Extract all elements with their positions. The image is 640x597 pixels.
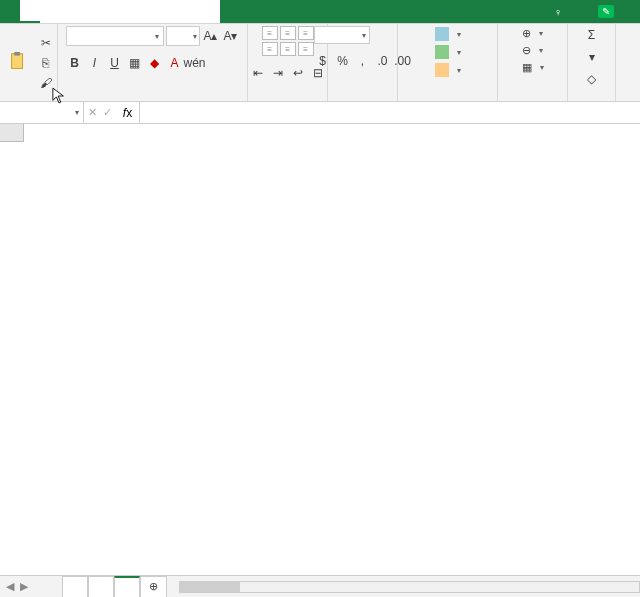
sheet-tab-3[interactable]	[114, 576, 140, 597]
border-button[interactable]: ▦	[126, 54, 144, 72]
autosum-button[interactable]: Σ	[583, 26, 601, 44]
tabs-spacer: ♀ ✎	[220, 0, 640, 23]
increase-font-button[interactable]: A▴	[202, 27, 220, 45]
name-box[interactable]: ▾	[0, 102, 84, 123]
paste-button[interactable]	[3, 49, 33, 77]
sheet-tab-1[interactable]	[62, 576, 88, 597]
new-sheet-button[interactable]: ⊕	[140, 576, 167, 597]
table-format-button[interactable]: ▾	[435, 44, 461, 60]
insert-cells-button[interactable]: ⊕ ▾	[522, 26, 543, 41]
decrease-font-button[interactable]: A▾	[222, 27, 240, 45]
tab-dev[interactable]	[160, 0, 180, 23]
svg-rect-3	[435, 45, 449, 59]
increase-decimal-button[interactable]: .0	[374, 52, 392, 70]
tab-home[interactable]	[20, 0, 40, 23]
ribbon: ✂ ⎘ 🖌 ▾ ▾ A▴ A▾ B I U ▦ ◆ A wén	[0, 24, 640, 102]
fill-color-button[interactable]: ◆	[146, 54, 164, 72]
copy-button[interactable]: ⎘	[37, 54, 55, 72]
format-brush-button[interactable]: 🖌	[37, 74, 55, 92]
formula-value[interactable]	[140, 102, 640, 123]
cut-button[interactable]: ✂	[37, 34, 55, 52]
status-bar: ◀ ▶ ⊕	[0, 575, 640, 597]
font-color-button[interactable]: A	[166, 54, 184, 72]
spreadsheet-grid	[0, 124, 640, 142]
align-top-left[interactable]: ≡	[262, 26, 278, 40]
align-bottom-right[interactable]: ≡	[298, 42, 314, 56]
sheet-nav-prev[interactable]: ◀	[6, 580, 14, 593]
number-format-select[interactable]: ▾	[314, 26, 370, 44]
tab-insert[interactable]	[40, 0, 60, 23]
fx-button[interactable]: fx	[116, 102, 140, 123]
wrap-text-button[interactable]: ↩	[289, 64, 307, 82]
comma-button[interactable]: ,	[354, 52, 372, 70]
tab-formula[interactable]	[80, 0, 100, 23]
align-bottom-left[interactable]: ≡	[262, 42, 278, 56]
currency-button[interactable]: $	[314, 52, 332, 70]
cell-style-button[interactable]: ▾	[435, 62, 461, 78]
phonetic-button[interactable]: wén	[186, 54, 204, 72]
select-all-corner[interactable]	[0, 124, 24, 142]
sheet-nav-next[interactable]: ▶	[20, 580, 28, 593]
underline-button[interactable]: U	[106, 54, 124, 72]
svg-rect-0	[11, 53, 22, 68]
svg-rect-4	[435, 63, 449, 77]
decrease-indent-button[interactable]: ⇤	[249, 64, 267, 82]
tab-view[interactable]	[140, 0, 160, 23]
align-bottom-center[interactable]: ≡	[280, 42, 296, 56]
formula-bar: ▾ ✕ ✓ fx	[0, 102, 640, 124]
tab-special[interactable]	[180, 0, 200, 23]
percent-button[interactable]: %	[334, 52, 352, 70]
cancel-formula-icon[interactable]: ✕	[88, 106, 97, 119]
clear-button[interactable]: ◇	[583, 70, 601, 88]
tab-file[interactable]	[0, 0, 20, 23]
tab-data[interactable]	[100, 0, 120, 23]
align-top-right[interactable]: ≡	[298, 26, 314, 40]
login-badge-icon: ✎	[598, 5, 614, 18]
delete-cells-button[interactable]: ⊖ ▾	[522, 43, 543, 58]
align-top-center[interactable]: ≡	[280, 26, 296, 40]
font-name-select[interactable]: ▾	[66, 26, 164, 46]
accept-formula-icon[interactable]: ✓	[103, 106, 112, 119]
format-cells-button[interactable]: ▦ ▾	[522, 60, 544, 75]
tab-layout[interactable]	[60, 0, 80, 23]
fill-button[interactable]: ▾	[583, 48, 601, 66]
tell-me[interactable]: ♀	[554, 6, 570, 18]
italic-button[interactable]: I	[86, 54, 104, 72]
svg-rect-1	[14, 51, 19, 55]
ribbon-tabs: ♀ ✎	[0, 0, 640, 24]
increase-indent-button[interactable]: ⇥	[269, 64, 287, 82]
horizontal-scrollbar[interactable]	[179, 581, 640, 593]
bold-button[interactable]: B	[66, 54, 84, 72]
tab-pivot[interactable]	[200, 0, 220, 23]
svg-rect-2	[435, 27, 449, 41]
sheet-tab-2[interactable]	[88, 576, 114, 597]
font-size-select[interactable]: ▾	[166, 26, 200, 46]
conditional-format-button[interactable]: ▾	[435, 26, 461, 42]
tab-review[interactable]	[120, 0, 140, 23]
